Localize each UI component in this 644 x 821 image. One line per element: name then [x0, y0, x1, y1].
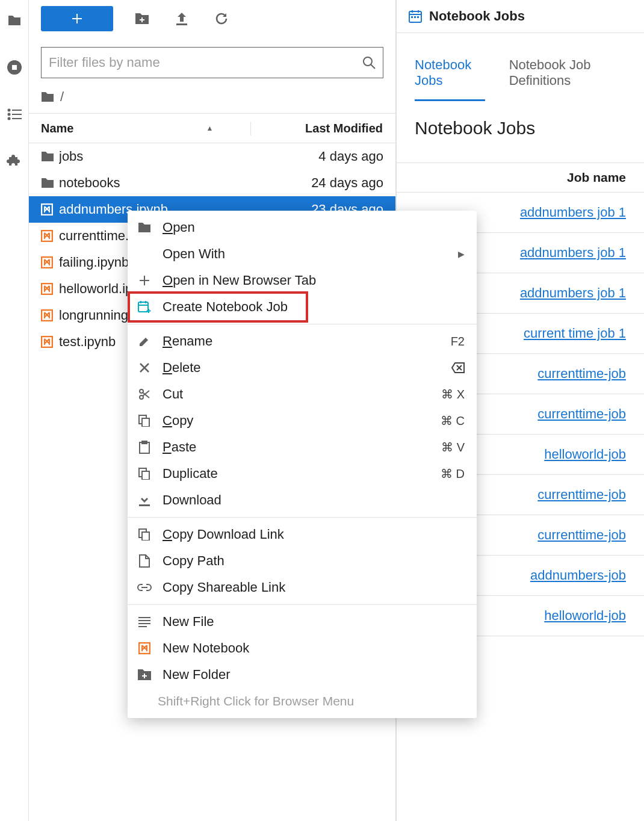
toc-icon[interactable] — [6, 106, 23, 123]
calendar-plus-icon — [136, 300, 153, 314]
breadcrumb[interactable]: / — [29, 78, 395, 113]
upload-button[interactable] — [171, 8, 193, 29]
job-link[interactable]: addnumbers job 1 — [520, 245, 626, 260]
svg-point-6 — [8, 118, 10, 120]
menu-item-label: New Folder — [163, 667, 465, 683]
job-link[interactable]: currenttime-job — [537, 366, 626, 381]
folder-plus-icon — [136, 669, 153, 681]
refresh-button[interactable] — [211, 8, 232, 29]
menu-item-new-folder[interactable]: New Folder — [128, 661, 477, 688]
menu-item-label: Copy — [163, 413, 431, 429]
menu-divider — [128, 517, 477, 518]
scissors-icon — [136, 388, 153, 400]
menu-item-duplicate[interactable]: Duplicate⌘ D — [128, 460, 477, 487]
menu-item-create-notebook-job[interactable]: Create Notebook Job — [128, 294, 477, 320]
copy-icon — [136, 415, 153, 427]
menu-item-label: Duplicate — [163, 466, 431, 482]
svg-line-10 — [371, 64, 375, 69]
notebook-icon — [41, 309, 59, 321]
duplicate-icon — [136, 468, 153, 480]
svg-point-2 — [8, 110, 10, 111]
new-launcher-button[interactable] — [41, 6, 113, 31]
job-link[interactable]: addnumbers-job — [530, 568, 626, 583]
running-icon[interactable] — [6, 59, 23, 76]
menu-item-label: Copy Path — [163, 553, 465, 569]
menu-item-copy[interactable]: Copy⌘ C — [128, 407, 477, 434]
pencil-icon — [136, 335, 153, 347]
menu-item-paste[interactable]: Paste⌘ V — [128, 434, 477, 460]
svg-rect-31 — [142, 418, 149, 427]
svg-point-9 — [364, 57, 372, 66]
menu-item-copy-shareable-link[interactable]: Copy Shareable Link — [128, 574, 477, 601]
sort-asc-icon: ▲ — [206, 124, 213, 132]
chevron-right-icon: ▶ — [458, 249, 465, 259]
svg-rect-38 — [142, 532, 149, 541]
tab-notebook-jobs[interactable]: Notebook Jobs — [415, 57, 485, 101]
menu-item-cut[interactable]: Cut⌘ X — [128, 381, 477, 407]
copy-icon — [136, 528, 153, 541]
breadcrumb-path: / — [60, 89, 64, 105]
job-link[interactable]: addnumbers job 1 — [520, 205, 626, 220]
filter-input[interactable] — [49, 55, 362, 70]
job-link[interactable]: currenttime-job — [537, 406, 626, 421]
menu-shortcut: ⌘ D — [441, 466, 465, 481]
file-row[interactable]: notebooks24 days ago — [29, 170, 395, 196]
column-name[interactable]: Name ▲ — [29, 122, 251, 135]
column-modified[interactable]: Last Modified — [251, 122, 395, 135]
lines-icon — [136, 616, 153, 627]
menu-shortcut: ⌘ X — [441, 387, 465, 401]
job-link[interactable]: addnumbers job 1 — [520, 285, 626, 300]
job-link[interactable]: currenttime-job — [537, 527, 626, 542]
job-link[interactable]: currenttime-job — [537, 487, 626, 502]
folder-icon[interactable] — [6, 12, 23, 29]
menu-item-label: Download — [163, 492, 465, 508]
file-row[interactable]: jobs4 days ago — [29, 143, 395, 170]
notebook-icon — [41, 283, 59, 295]
menu-item-copy-download-link[interactable]: Copy Download Link — [128, 521, 477, 548]
filter-box — [41, 47, 383, 78]
menu-item-new-notebook[interactable]: New Notebook — [128, 635, 477, 661]
extension-icon[interactable] — [6, 153, 23, 170]
menu-item-delete[interactable]: Delete — [128, 355, 477, 381]
svg-rect-21 — [411, 16, 413, 18]
svg-rect-22 — [414, 16, 416, 18]
link-icon — [136, 583, 153, 592]
menu-item-label: Open in New Browser Tab — [163, 273, 465, 288]
menu-item-label: Paste — [163, 439, 432, 455]
menu-item-label: Copy Download Link — [163, 527, 465, 542]
notebook-icon — [41, 203, 59, 215]
x-icon — [136, 362, 153, 373]
file-table-header: Name ▲ Last Modified — [29, 113, 395, 143]
folder-icon — [41, 151, 59, 162]
menu-item-copy-path[interactable]: Copy Path — [128, 548, 477, 574]
menu-item-open-with[interactable]: Open With▶ — [128, 241, 477, 267]
download-icon — [136, 494, 153, 507]
menu-item-open-in-new-browser-tab[interactable]: Open in New Browser Tab — [128, 267, 477, 294]
menu-item-rename[interactable]: RenameF2 — [128, 328, 477, 355]
jobs-panel-header: Notebook Jobs — [397, 0, 644, 33]
jobs-column-name[interactable]: Job name — [397, 163, 644, 193]
clipboard-icon — [136, 441, 153, 454]
job-link[interactable]: helloworld-job — [544, 447, 626, 462]
svg-rect-36 — [139, 504, 150, 506]
folder-icon — [41, 178, 59, 188]
menu-item-download[interactable]: Download — [128, 487, 477, 513]
calendar-icon — [409, 10, 422, 23]
menu-item-label: Rename — [163, 333, 441, 349]
tab-notebook-job-definitions[interactable]: Notebook Job Definitions — [509, 57, 626, 101]
menu-item-label: Copy Shareable Link — [163, 580, 465, 595]
menu-item-open[interactable]: Open — [128, 214, 477, 241]
job-link[interactable]: helloworld-job — [544, 608, 626, 623]
menu-item-new-file[interactable]: New File — [128, 609, 477, 635]
job-link[interactable]: current time job 1 — [524, 326, 626, 341]
menu-hint: Shift+Right Click for Browser Menu — [128, 688, 477, 714]
file-modified: 4 days ago — [263, 149, 383, 164]
menu-item-label: Open With — [163, 246, 448, 262]
menu-item-label: New Notebook — [163, 640, 465, 656]
new-folder-button[interactable] — [131, 8, 153, 29]
jobs-tabs: Notebook JobsNotebook Job Definitions — [397, 33, 644, 101]
jobs-title: Notebook Jobs — [397, 101, 644, 163]
svg-point-4 — [8, 114, 10, 116]
menu-item-label: New File — [163, 614, 465, 630]
menu-item-label: Delete — [163, 360, 442, 376]
